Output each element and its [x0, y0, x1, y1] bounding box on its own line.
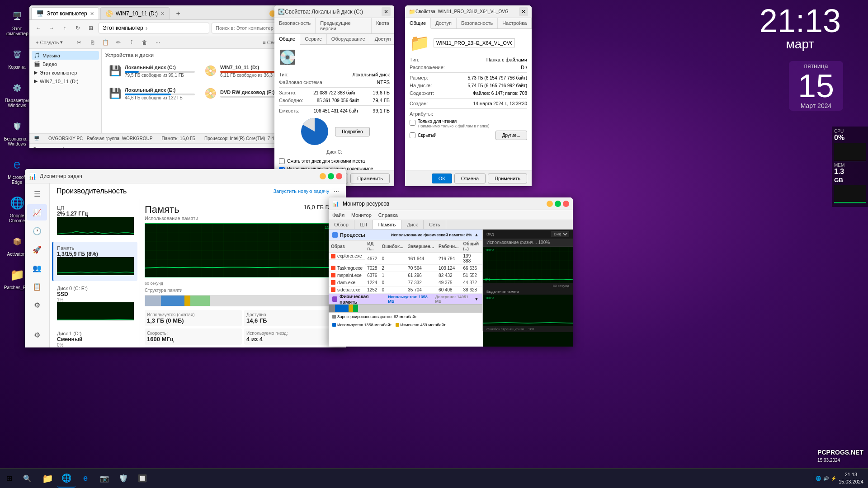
tm-nav-services[interactable]: ⚙	[27, 297, 47, 313]
new-tab-button[interactable]: +	[172, 7, 184, 20]
taskbar-edge-btn[interactable]: e	[76, 469, 94, 488]
sidebar-item-video[interactable]: 🎬 Видео	[32, 60, 99, 68]
rm-tab-disk[interactable]: Диск	[401, 220, 424, 229]
tab-access[interactable]: Доступ	[370, 34, 394, 44]
desktop-icon-params[interactable]: ⚙️ Параметры Windows	[2, 76, 33, 110]
tab-prev-versions[interactable]: Предыдущие версии	[316, 18, 372, 33]
processes-collapse-icon[interactable]: ▲	[474, 232, 479, 237]
col-commit[interactable]: Завершен...	[406, 240, 436, 253]
tm-nav-details[interactable]: 📋	[27, 278, 47, 295]
tab-access-win11[interactable]: Доступ	[431, 18, 457, 28]
nav-forward-btn[interactable]: →	[46, 23, 57, 33]
tm-nav-performance[interactable]: 📈	[27, 204, 47, 221]
taskbar-network-icon[interactable]: 🌐	[816, 476, 821, 481]
hidden-checkbox[interactable]	[410, 132, 415, 138]
tm-minimize-btn[interactable]	[320, 173, 326, 179]
rm-close-btn[interactable]	[563, 201, 569, 207]
taskbar-antivirus-btn[interactable]: 🛡️	[114, 469, 132, 488]
desktop-icon-basket[interactable]: 🗑️ Корзина	[2, 43, 33, 72]
taskbar-photos-btn[interactable]: 📷	[95, 469, 113, 488]
tab-this-pc[interactable]: 🖥️ Этот компьютер ✕	[31, 7, 99, 19]
compress-checkbox[interactable]	[279, 158, 285, 164]
sidebar-item-win7[interactable]: ▶ WIN7_10_11 (D:)	[32, 77, 99, 85]
tm-close-btn[interactable]	[336, 173, 342, 179]
tab-security-win11[interactable]: Безопасность	[457, 18, 498, 28]
nav-up-btn[interactable]: ↑	[59, 23, 70, 33]
col-pid[interactable]: ИД п...	[365, 240, 379, 253]
tm-more-icon[interactable]: ···	[334, 188, 339, 195]
ribbon-rename-icon[interactable]: ✏	[113, 37, 124, 48]
perf-item-disk0[interactable]: Диск 0 (C: E:) SSD 1%	[52, 282, 137, 326]
ribbon-share-icon[interactable]: ⤴	[126, 37, 137, 48]
tab2-close-icon[interactable]: ✕	[160, 11, 165, 17]
rm-menu-help[interactable]: Справка	[378, 212, 398, 218]
folder-name-input[interactable]	[434, 38, 515, 47]
rm-processes-header[interactable]: Процессы Использование физической памяти…	[329, 230, 482, 240]
perf-item-cpu[interactable]: ЦП 2% 1,27 ГГц	[52, 202, 137, 241]
disk-props-c-close-btn[interactable]: ✕	[382, 7, 391, 16]
address-bar[interactable]: Этот компьютер ›	[99, 23, 209, 33]
readonly-checkbox[interactable]	[410, 120, 415, 126]
disk-props-win11-close-btn[interactable]: ✕	[519, 7, 528, 16]
nav-refresh-btn[interactable]: ↻	[72, 23, 83, 33]
apply-btn[interactable]: Применить	[350, 174, 390, 183]
disk-item-e[interactable]: 💾 Локальный диск (E:) 44,6 ГБ свободно и…	[105, 84, 197, 103]
col-shared[interactable]: Общий (..)	[461, 240, 481, 253]
tab-close-icon[interactable]: ✕	[90, 11, 94, 17]
win11-apply-btn[interactable]: Применить	[488, 174, 527, 183]
sidebar-item-music[interactable]: 🎵 Музыка	[32, 51, 99, 60]
tm-nav-settings[interactable]: ⚙	[27, 327, 47, 343]
new-task-btn[interactable]: Запустить новую задачу	[273, 188, 329, 194]
table-row[interactable]: explorer.exe 4672 0 161 644 216 784 139 …	[329, 253, 482, 265]
tm-nav-users[interactable]: 👥	[27, 260, 47, 276]
rm-tab-cpu[interactable]: ЦП	[354, 220, 373, 229]
col-working[interactable]: Рабочи...	[436, 240, 461, 253]
taskbar-start-btn[interactable]: ⊞	[0, 469, 18, 488]
ribbon-delete-icon[interactable]: 🗑	[139, 37, 150, 48]
ribbon-cut-icon[interactable]: ✂	[74, 37, 85, 48]
taskbar-explorer-btn[interactable]: 📁	[38, 469, 57, 488]
disk-detail-btn[interactable]: Подробно	[335, 127, 369, 136]
tm-nav-startup[interactable]: 🚀	[27, 241, 47, 258]
tab-hardware[interactable]: Оборудование	[327, 34, 370, 44]
tm-nav-history[interactable]: 🕐	[27, 223, 47, 239]
taskbar-volume-icon[interactable]: 🔊	[823, 476, 829, 481]
tab-quota[interactable]: Квота	[372, 18, 394, 33]
tm-nav-menu[interactable]: ☰	[27, 186, 47, 202]
tm-maximize-btn[interactable]	[328, 173, 334, 179]
taskbar-chrome-btn[interactable]: 🌐	[57, 469, 75, 488]
rm-phys-mem-header[interactable]: Физическая память Используется: 1358 МБ …	[329, 294, 482, 305]
win11-cancel-btn[interactable]: Отмена	[454, 174, 486, 183]
ribbon-paste-icon[interactable]: 📋	[100, 37, 111, 48]
table-row[interactable]: sidebar.exe 1252 0 35 704 60 408 38 628 …	[329, 286, 482, 294]
taskbar-search-btn[interactable]: 🔍	[18, 469, 36, 488]
ribbon-more-icon[interactable]: ···	[152, 37, 163, 48]
desktop-icon-windows-security[interactable]: 🛡️ Безопасно... Windows	[2, 115, 33, 149]
nav-back-btn[interactable]: ←	[33, 23, 44, 33]
tab-settings-win11[interactable]: Настройка	[498, 18, 532, 28]
rm-menu-monitor[interactable]: Монитор	[351, 212, 372, 218]
tab-general-win11[interactable]: Общие	[405, 18, 431, 29]
table-row[interactable]: mspaint.exe 6376 1 61 296 82 432 51 552 …	[329, 272, 482, 279]
table-row[interactable]: dwm.exe 1224 0 77 332 49 375 44 372 29 1…	[329, 279, 482, 286]
rm-tab-memory[interactable]: Память	[373, 220, 401, 229]
search-input[interactable]	[212, 23, 279, 33]
other-attribs-btn[interactable]: Другие...	[495, 131, 527, 140]
perf-item-disk1[interactable]: Диск 1 (D:) Сменный 0%	[52, 327, 137, 347]
rm-view-select[interactable]: Вид	[552, 231, 569, 237]
rm-menu-file[interactable]: Файл	[332, 212, 344, 218]
table-row[interactable]: Taskmgr.exe 7028 2 70 564 103 124 66 636…	[329, 265, 482, 272]
rm-maximize-btn[interactable]	[555, 201, 561, 207]
col-name[interactable]: Образ	[329, 240, 365, 253]
sidebar-item-this-pc[interactable]: ▶ Этот компьютер	[32, 68, 99, 77]
desktop-icon-this-pc[interactable]: 🖥️ Этот компьютер	[2, 5, 33, 38]
taskbar-datetime[interactable]: 21:13 15.03.2024	[839, 471, 863, 485]
win11-ok-btn[interactable]: ОК	[432, 174, 452, 183]
tab-general[interactable]: Общие	[274, 34, 300, 45]
disk-item-c[interactable]: 💾 Локальный диск (C:) 79,5 ГБ свободно и…	[105, 61, 197, 80]
taskbar-unknown-btn[interactable]: 🔲	[133, 469, 151, 488]
rm-tab-overview[interactable]: Обзор	[329, 220, 354, 229]
col-errors[interactable]: Ошибок...	[379, 240, 406, 253]
tab-win7[interactable]: 📀 WIN7_10_11 (D:) ✕	[100, 7, 170, 19]
create-btn[interactable]: + Создать ▾	[33, 38, 66, 46]
